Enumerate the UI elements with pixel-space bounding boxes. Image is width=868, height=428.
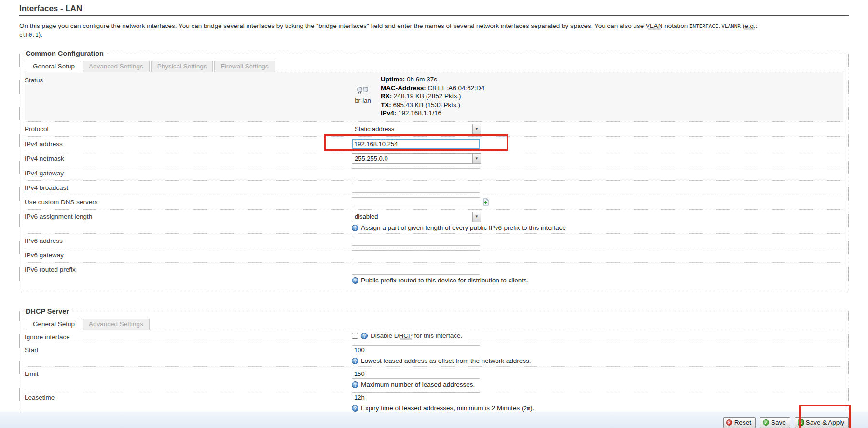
protocol-label: Protocol [25,124,352,133]
tab-physical-settings[interactable]: Physical Settings [151,61,213,72]
dhcp-limit-input[interactable] [352,369,480,379]
protocol-selected-value: Static address [352,124,472,134]
dhcp-start-input[interactable] [352,345,480,355]
ipv4-gateway-row: IPv4 gateway [25,166,843,181]
ignore-interface-help: Disable DHCP for this interface. [371,332,462,339]
status-mac: MAC-Address: C8:EE:A6:04:62:D4 [381,84,484,93]
device-block: br-lan [352,75,374,118]
ipv6-assignment-label: IPv6 assignment length [25,212,352,220]
dhcp-tab-advanced-settings[interactable]: Advanced Settings [83,319,150,330]
ipv6-assignment-help: ? Assign a part of given length of every… [352,224,843,231]
ipv6-routed-prefix-input[interactable] [352,265,480,275]
leasetime-min-code: 2m [524,405,530,412]
tab-firewall-settings[interactable]: Firewall Settings [214,61,275,72]
description-text-3: ( [741,22,744,29]
reset-icon: ✕ [726,419,732,426]
ipv6-routed-prefix-label: IPv6 routed prefix [25,265,352,273]
interfaces-lan-page: Interfaces - LAN On this page you can co… [0,4,868,428]
ipv4-netmask-label: IPv4 netmask [25,153,352,162]
dhcp-tabs: General Setup Advanced Settings [25,317,843,330]
description-text-4: : [756,22,758,29]
custom-dns-label: Use custom DNS servers [25,197,352,206]
action-button-bar: ✕ Reset ✓ Save ▶ Save & Apply [723,417,849,428]
help-icon: ? [352,405,358,412]
description-text-2: notation [662,22,689,29]
ipv6-gateway-input[interactable] [352,250,480,260]
eg-abbr: e.g. [744,22,756,29]
dhcp-start-label: Start [25,345,352,354]
save-button[interactable]: ✓ Save [760,417,790,428]
eth01-code: eth0.1 [19,32,39,38]
status-info: Uptime: 0h 6m 37s MAC-Address: C8:EE:A6:… [381,75,484,118]
dhcp-limit-label: Limit [25,369,352,377]
chevron-down-icon[interactable]: ▼ [472,154,481,163]
dhcp-abbr: DHCP [394,332,413,339]
ipv4-broadcast-row: IPv4 broadcast [25,181,843,195]
bridge-interface-icon [357,89,369,96]
save-apply-button[interactable]: ▶ Save & Apply [795,417,849,428]
ignore-interface-row: Ignore interface ? Disable DHCP for this… [25,330,843,343]
ipv4-address-label: IPv4 address [25,139,352,147]
ipv4-broadcast-input[interactable] [352,183,480,193]
vlan-abbr: VLAN [646,22,662,29]
chevron-down-icon[interactable]: ▼ [472,212,481,222]
ipv4-netmask-select[interactable]: 255.255.0.0 ▼ [352,153,481,164]
reset-button[interactable]: ✕ Reset [723,417,756,428]
ignore-interface-label: Ignore interface [25,332,352,341]
interface-vlannr-code: INTERFACE.VLANNR [689,23,741,29]
help-icon: ? [352,277,358,284]
ipv6-assignment-selected-value: disabled [352,212,472,222]
add-entry-icon[interactable] [482,198,490,206]
status-ipv4: IPv4: 192.168.1.1/16 [381,109,484,118]
custom-dns-input[interactable] [352,197,480,207]
status-row: Status [25,72,843,122]
help-icon: ? [352,358,358,364]
status-rx: RX: 248.19 KB (2852 Pkts.) [381,92,484,101]
dhcp-tab-general-setup[interactable]: General Setup [27,319,81,330]
tab-general-setup[interactable]: General Setup [27,61,81,72]
ipv6-routed-prefix-row: IPv6 routed prefix ? Public prefix route… [25,263,843,286]
ipv6-gateway-row: IPv6 gateway [25,248,843,263]
chevron-down-icon[interactable]: ▼ [472,124,481,134]
ipv6-assignment-select[interactable]: disabled ▼ [352,212,481,222]
ipv4-broadcast-label: IPv4 broadcast [25,183,352,191]
ipv4-gateway-input[interactable] [352,168,480,178]
ipv6-routed-prefix-help: ? Public prefix routed to this device fo… [352,277,843,284]
status-uptime: Uptime: 0h 6m 37s [381,75,484,84]
description-text-1: On this page you can configure the netwo… [19,22,646,29]
dhcp-leasetime-row: Leasetime ? Expiry time of leased addres… [25,390,843,414]
description-text-5: ). [39,31,42,38]
device-name: br-lan [352,97,374,104]
ipv6-address-row: IPv6 address [25,234,843,248]
common-configuration-legend: Common Configuration [25,50,107,57]
page-title: Interfaces - LAN [19,4,849,16]
ipv6-address-label: IPv6 address [25,236,352,244]
ipv6-assignment-row: IPv6 assignment length disabled ▼ ? Assi… [25,210,843,234]
ipv4-netmask-row: IPv4 netmask 255.255.0.0 ▼ [25,151,843,166]
dhcp-limit-help: ? Maximum number of leased addresses. [352,381,843,388]
custom-dns-row: Use custom DNS servers [25,195,843,210]
common-configuration-section: Common Configuration General Setup Advan… [19,50,849,291]
help-icon: ? [352,225,358,231]
ipv4-netmask-selected-value: 255.255.0.0 [352,154,472,163]
ipv4-address-row: IPv4 address [25,137,843,151]
status-label: Status [25,75,352,84]
dhcp-server-section: DHCP Server General Setup Advanced Setti… [19,308,849,423]
ipv4-gateway-label: IPv4 gateway [25,168,352,177]
dhcp-start-help: ? Lowest leased address as offset from t… [352,357,843,364]
status-tx: TX: 695.43 KB (1533 Pkts.) [381,101,484,109]
dhcp-leasetime-help: ? Expiry time of leased addresses, minim… [352,404,843,412]
protocol-select[interactable]: Static address ▼ [352,124,481,134]
ipv6-address-input[interactable] [352,236,480,246]
dhcp-leasetime-input[interactable] [352,392,480,402]
dhcp-limit-row: Limit ? Maximum number of leased address… [25,367,843,390]
tab-advanced-settings[interactable]: Advanced Settings [83,61,150,72]
ipv4-address-input[interactable] [352,139,480,149]
save-check-icon: ✓ [763,419,769,426]
common-config-tabs: General Setup Advanced Settings Physical… [25,59,843,72]
dhcp-start-row: Start ? Lowest leased address as offset … [25,343,843,367]
ignore-interface-checkbox[interactable] [352,333,358,339]
dhcp-leasetime-label: Leasetime [25,392,352,401]
protocol-row: Protocol Static address ▼ [25,122,843,137]
page-description: On this page you can configure the netwo… [19,22,849,39]
